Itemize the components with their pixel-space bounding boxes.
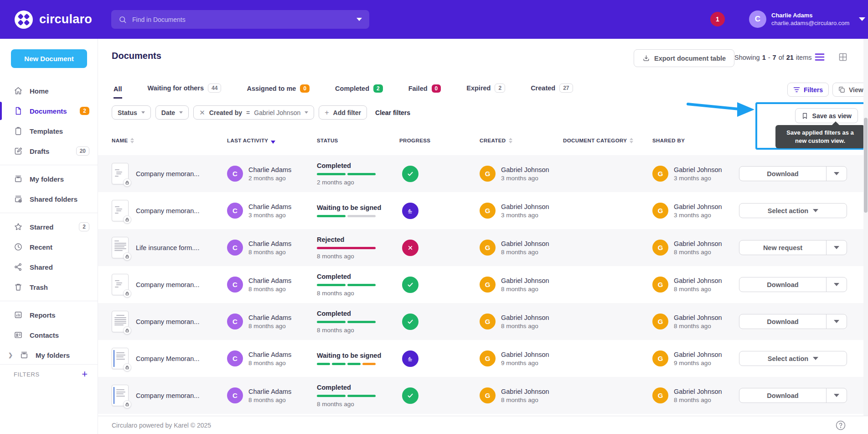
sidebar-item-documents[interactable]: Documents2 [0, 101, 98, 121]
sort-desc-icon[interactable] [271, 141, 275, 144]
document-name[interactable]: Life insurance form.... [136, 244, 199, 251]
sidebar-item-shared[interactable]: Shared [0, 257, 98, 277]
user-menu[interactable]: C Charlie Adams charlie.adams@circularo.… [749, 10, 865, 28]
name-cell[interactable]: Company Memoran... [112, 348, 227, 369]
sidebar-item-shared-folders[interactable]: Shared folders [0, 189, 98, 209]
tab-all[interactable]: All [114, 85, 122, 99]
sort-icon[interactable] [130, 138, 134, 143]
filter-chip-date[interactable]: Date [155, 105, 189, 120]
sidebar-item-trash[interactable]: Trash [0, 277, 98, 297]
help-button[interactable] [835, 420, 846, 433]
chevron-right-icon[interactable]: ❯ [8, 352, 13, 358]
sort-icon[interactable] [509, 138, 512, 143]
name-cell[interactable]: Company memoran... [112, 385, 227, 406]
sidebar-item-reports[interactable]: Reports [0, 305, 98, 325]
row-action-button[interactable]: Download [739, 314, 847, 329]
search-input[interactable] [132, 16, 356, 23]
row-action-dropdown[interactable] [826, 167, 847, 181]
save-as-view-button[interactable]: Save as view [795, 108, 858, 123]
table-row[interactable]: Company memoran... C Charlie Adams 8 mon… [98, 377, 863, 414]
name-cell[interactable]: Company memoran... [112, 311, 227, 332]
grid-view-icon[interactable] [838, 52, 847, 62]
name-cell[interactable]: Company memoran... [112, 200, 227, 221]
tab-assigned-to-me[interactable]: Assigned to me0 [247, 84, 310, 99]
sidebar-item-drafts[interactable]: Drafts20 [0, 141, 98, 161]
column-header-shared-by[interactable]: SHARED BY [652, 138, 739, 143]
table-row[interactable]: Company memoran... C Charlie Adams 8 mon… [98, 303, 863, 340]
row-action-dropdown[interactable] [826, 277, 847, 292]
global-search[interactable] [111, 10, 369, 29]
sort-icon[interactable] [630, 138, 633, 143]
remove-filter-icon[interactable]: ✕ [199, 109, 205, 117]
row-action-label[interactable]: Download [739, 388, 826, 403]
name-cell[interactable]: Life insurance form.... [112, 237, 227, 258]
document-name[interactable]: Company memoran... [136, 281, 199, 288]
add-filter-button[interactable]: +Add filter [319, 105, 367, 120]
sidebar-item-label: My folders [36, 351, 89, 359]
tab-completed[interactable]: Completed2 [335, 84, 383, 99]
column-header-document-category[interactable]: DOCUMENT CATEGORY [563, 138, 652, 143]
person-name: Gabriel Johnson [501, 166, 549, 173]
table-row[interactable]: Life insurance form.... C Charlie Adams … [98, 229, 863, 266]
column-header-last-activity[interactable]: LAST ACTIVITY [227, 138, 317, 144]
sidebar-item-home[interactable]: Home [0, 81, 98, 101]
new-document-button[interactable]: New Document [11, 49, 87, 68]
tab-created[interactable]: Created27 [531, 84, 573, 99]
row-action-button[interactable]: Select action [739, 351, 847, 366]
document-name[interactable]: Company memoran... [136, 318, 199, 325]
row-action-label[interactable]: Select action [739, 351, 847, 366]
sidebar-item-templates[interactable]: Templates [0, 121, 98, 141]
filters-button[interactable]: Filters [787, 83, 829, 97]
row-action-dropdown[interactable] [826, 241, 847, 255]
sidebar-item-contacts[interactable]: Contacts [0, 325, 98, 345]
document-name[interactable]: Company memoran... [136, 392, 199, 399]
search-scope-caret-icon[interactable] [356, 18, 362, 21]
table-row[interactable]: Company memoran... C Charlie Adams 3 mon… [98, 192, 863, 229]
row-action-dropdown[interactable] [826, 314, 847, 329]
row-action-button[interactable]: Select action [739, 203, 847, 218]
user-menu-caret-icon[interactable] [859, 17, 865, 21]
last-activity-cell: C Charlie Adams 8 months ago [227, 314, 317, 329]
column-header-progress[interactable]: PROGRESS [399, 138, 480, 143]
column-header-name[interactable]: NAME [112, 138, 227, 143]
completed-check-icon [402, 387, 418, 404]
row-action-label[interactable]: Download [739, 167, 826, 181]
row-action-label[interactable]: Download [739, 277, 826, 292]
column-header-created[interactable]: CREATED [480, 138, 563, 143]
row-action-button[interactable]: New request [739, 240, 847, 255]
name-cell[interactable]: Company memoran... [112, 274, 227, 295]
add-filter-plus-button[interactable]: + [82, 369, 88, 379]
scrollbar-thumb[interactable] [864, 118, 868, 213]
scrollbar[interactable] [863, 39, 868, 416]
row-action-label[interactable]: New request [739, 241, 826, 255]
sidebar-item-recent[interactable]: Recent [0, 237, 98, 257]
row-action-button[interactable]: Download [739, 388, 847, 403]
brand[interactable]: circularo [14, 0, 92, 39]
row-action-button[interactable]: Download [739, 166, 847, 181]
status-label: Waiting to be signed [317, 204, 386, 211]
name-cell[interactable]: Company memoran... [112, 163, 227, 184]
sidebar-item-my-folders[interactable]: My folders [0, 169, 98, 189]
document-name[interactable]: Company memoran... [136, 170, 199, 178]
table-row[interactable]: Company memoran... C Charlie Adams 2 mon… [98, 155, 863, 192]
tab-failed[interactable]: Failed0 [408, 84, 441, 99]
notification-badge[interactable]: 1 [710, 12, 725, 26]
sidebar-item-starred[interactable]: Starred2 [0, 217, 98, 237]
filter-chip-created-by[interactable]: ✕Created by=Gabriel Johnson [193, 105, 314, 120]
tab-expired[interactable]: Expired2 [466, 84, 505, 99]
list-view-icon[interactable] [815, 53, 825, 61]
column-header-status[interactable]: STATUS [317, 138, 399, 143]
tab-waiting-for-others[interactable]: Waiting for others44 [148, 84, 222, 99]
export-document-table-button[interactable]: Export document table [634, 49, 734, 67]
table-row[interactable]: Company Memoran... C Charlie Adams 8 mon… [98, 340, 863, 377]
document-name[interactable]: Company memoran... [136, 207, 199, 214]
row-action-label[interactable]: Select action [739, 204, 847, 218]
document-name[interactable]: Company Memoran... [136, 355, 199, 362]
filter-chip-status[interactable]: Status [112, 105, 151, 120]
row-action-dropdown[interactable] [826, 388, 847, 403]
views-button[interactable]: Views [832, 83, 868, 97]
table-row[interactable]: Company memoran... C Charlie Adams 8 mon… [98, 266, 863, 303]
row-action-label[interactable]: Download [739, 314, 826, 329]
clear-filters-button[interactable]: Clear filters [375, 109, 410, 116]
row-action-button[interactable]: Download [739, 277, 847, 292]
